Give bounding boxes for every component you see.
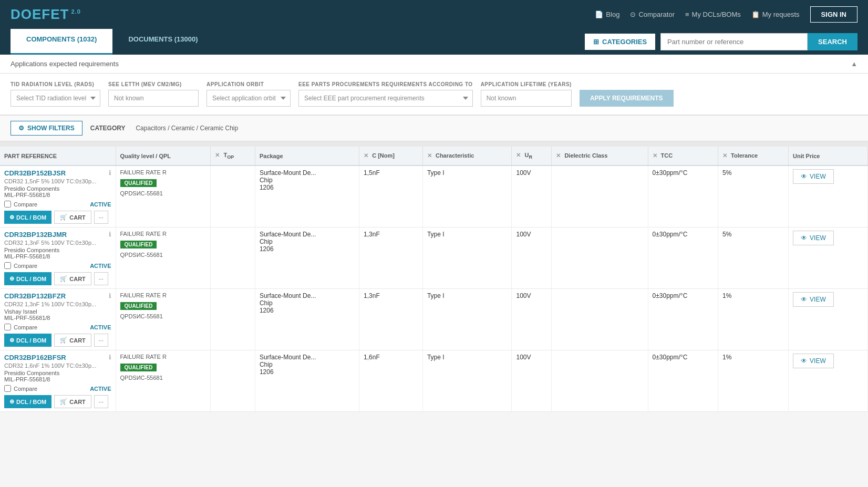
part-desc-CDR32BP162BFSR: CDR32 1,6nF 1% 100V TC:0±30p... [4, 362, 111, 369]
cart-btn-CDR32BP162BFSR[interactable]: 🛒 CART [54, 395, 91, 408]
more-btn-CDR32BP132BFZR[interactable]: ··· [94, 334, 108, 347]
dcl-bom-btn-CDR32BP132BFZR[interactable]: ⊕ DCL / BOM [4, 334, 51, 347]
see-field: SEE LETTH (MEV CM2/MG) [108, 81, 199, 107]
eee-select[interactable]: Select EEE part procurement requirements [298, 90, 473, 107]
part-mil-CDR32BP132BJMR: MIL-PRF-55681/8 [4, 253, 111, 260]
view-btn-CDR32BP152BJSR[interactable]: 👁 VIEW [793, 169, 834, 184]
scrollbar[interactable] [0, 141, 868, 147]
status-badge-CDR32BP132BFZR: ACTIVE [90, 324, 111, 330]
show-filters-label: SHOW FILTERS [27, 125, 75, 132]
th-dielectric-remove[interactable]: ✕ [556, 152, 561, 159]
package-cell-CDR32BP132BJMR: Surface-Mount De... Chip 1206 [255, 227, 359, 289]
cart-icon: 🛒 [60, 337, 67, 344]
part-manufacturer-CDR32BP162BFSR: Presidio Components [4, 370, 111, 376]
header: DOEFET2.0 📄 Blog ⊙ Comparator ≡ My DCLs/… [0, 0, 868, 29]
tab-documents[interactable]: DOCUMENTS (13000) [112, 29, 213, 55]
qpd-ref-CDR32BP152BJSR: QPDSИС-55681 [120, 190, 206, 196]
nav-dcls-boms[interactable]: ≡ My DCLs/BOMs [685, 11, 741, 18]
filter-icon: ⚙ [18, 125, 24, 132]
view-btn-CDR32BP132BJMR[interactable]: 👁 VIEW [793, 231, 834, 245]
view-btn-CDR32BP162BFSR[interactable]: 👁 VIEW [793, 354, 834, 368]
compare-checkbox-CDR32BP152BJSR[interactable] [4, 201, 11, 208]
search-wrap: SEARCH [660, 33, 857, 50]
th-unit-price: Unit Price [789, 147, 868, 165]
part-name-CDR32BP162BFSR[interactable]: CDR32BP162BFSR [4, 354, 66, 361]
compare-checkbox-CDR32BP132BJMR[interactable] [4, 262, 11, 269]
th-top-label: TOP [224, 152, 234, 158]
part-cell-CDR32BP152BJSR: CDR32BP152BJSR ℹ CDR32 1,5nF 5% 100V TC:… [0, 165, 116, 227]
show-filters-button[interactable]: ⚙ SHOW FILTERS [11, 121, 82, 136]
th-tcc: ✕ TCC [648, 147, 718, 165]
info-icon-CDR32BP162BFSR[interactable]: ℹ [109, 354, 111, 361]
search-input[interactable] [660, 33, 808, 50]
orbit-select[interactable]: Select application orbit [206, 90, 291, 107]
char-cell-CDR32BP132BFZR: Type I [422, 289, 512, 350]
more-btn-CDR32BP162BFSR[interactable]: ··· [94, 395, 108, 408]
more-btn-CDR32BP132BJMR[interactable]: ··· [94, 272, 108, 285]
char-cell-CDR32BP162BFSR: Type I [422, 350, 512, 412]
failure-rate-CDR32BP132BFZR: FAILURE RATE R [120, 292, 206, 298]
dcl-bom-btn-CDR32BP152BJSR[interactable]: ⊕ DCL / BOM [4, 211, 51, 224]
search-button[interactable]: SEARCH [808, 33, 857, 50]
package-line2-CDR32BP152BJSR: Chip [260, 177, 355, 184]
ur-cell-CDR32BP152BJSR: 100V [512, 165, 552, 227]
nav-dcls-label: My DCLs/BOMs [692, 11, 741, 18]
th-tolerance-remove[interactable]: ✕ [722, 152, 727, 159]
info-icon-CDR32BP132BJMR[interactable]: ℹ [109, 231, 111, 238]
info-icon-CDR32BP152BJSR[interactable]: ℹ [109, 169, 111, 177]
quality-cell-CDR32BP132BFZR: FAILURE RATE R QUALIFIED QPDSИС-55681 [116, 289, 211, 350]
th-tcc-remove[interactable]: ✕ [653, 152, 657, 159]
top-cell-CDR32BP162BFSR [211, 350, 255, 412]
plus-icon: ⊕ [9, 214, 14, 221]
package-line1-CDR32BP162BFSR: Surface-Mount De... [260, 354, 355, 361]
part-name-CDR32BP152BJSR[interactable]: CDR32BP152BJSR [4, 169, 66, 177]
dcl-bom-btn-CDR32BP162BFSR[interactable]: ⊕ DCL / BOM [4, 395, 51, 408]
expand-icon[interactable]: ▲ [851, 60, 857, 68]
lifetime-input[interactable] [481, 90, 572, 107]
failure-rate-CDR32BP152BJSR: FAILURE RATE R [120, 169, 206, 175]
eye-icon: 👁 [801, 173, 807, 180]
compare-checkbox-CDR32BP132BFZR[interactable] [4, 324, 11, 330]
eye-icon: 👁 [801, 296, 807, 303]
ur-cell-CDR32BP132BFZR: 100V [512, 289, 552, 350]
nav-my-requests[interactable]: 📋 My requests [751, 11, 800, 18]
status-badge-CDR32BP132BJMR: ACTIVE [90, 263, 111, 269]
info-icon-CDR32BP132BFZR[interactable]: ℹ [109, 292, 111, 299]
see-input[interactable] [108, 90, 199, 107]
logo-text: DOEFET [11, 6, 69, 22]
view-btn-CDR32BP132BFZR[interactable]: 👁 VIEW [793, 292, 834, 307]
th-char-remove[interactable]: ✕ [427, 152, 432, 159]
th-top-remove[interactable]: ✕ [215, 152, 220, 158]
th-dielectric-label: Dielectric Class [564, 152, 607, 159]
part-name-CDR32BP132BJMR[interactable]: CDR32BP132BJMR [4, 231, 67, 239]
part-name-CDR32BP132BFZR[interactable]: CDR32BP132BFZR [4, 292, 66, 300]
tab-components[interactable]: COMPONENTS (1032) [11, 29, 112, 55]
tid-select[interactable]: Select TID radiation level [11, 90, 100, 107]
dielectric-cell-CDR32BP152BJSR [552, 165, 648, 227]
th-tcc-label: TCC [661, 152, 673, 159]
cart-btn-CDR32BP132BJMR[interactable]: 🛒 CART [54, 272, 91, 285]
th-ur-remove[interactable]: ✕ [516, 152, 521, 158]
status-badge-CDR32BP162BFSR: ACTIVE [90, 386, 111, 392]
cart-btn-CDR32BP152BJSR[interactable]: 🛒 CART [54, 211, 91, 224]
compare-checkbox-CDR32BP162BFSR[interactable] [4, 385, 11, 392]
cart-btn-CDR32BP132BFZR[interactable]: 🛒 CART [54, 334, 91, 347]
comparator-icon: ⊙ [630, 11, 636, 18]
apply-requirements-button[interactable]: APPLY REQUIREMENTS [580, 90, 674, 107]
table-row: CDR32BP132BJMR ℹ CDR32 1,3nF 5% 100V TC:… [0, 227, 868, 289]
tolerance-cell-CDR32BP132BFZR: 1% [718, 289, 788, 350]
th-cnom-remove[interactable]: ✕ [364, 152, 368, 159]
compare-row-CDR32BP162BFSR: Compare ACTIVE [4, 385, 111, 392]
dcl-bom-btn-CDR32BP132BJMR[interactable]: ⊕ DCL / BOM [4, 272, 51, 285]
cnom-cell-CDR32BP152BJSR: 1,5nF [359, 165, 423, 227]
sign-in-button[interactable]: SIGN IN [810, 6, 857, 23]
part-manufacturer-CDR32BP132BFZR: Vishay Israel [4, 308, 111, 315]
categories-button[interactable]: ⊞ CATEGORIES [585, 34, 655, 50]
more-btn-CDR32BP152BJSR[interactable]: ··· [94, 211, 108, 224]
tabs-bar: COMPONENTS (1032) DOCUMENTS (13000) ⊞ CA… [0, 29, 868, 55]
nav-comparator[interactable]: ⊙ Comparator [630, 11, 675, 18]
part-cell-CDR32BP132BJMR: CDR32BP132BJMR ℹ CDR32 1,3nF 5% 100V TC:… [0, 227, 116, 289]
th-quality: Quality level / QPL [116, 147, 211, 165]
nav-blog[interactable]: 📄 Blog [595, 11, 619, 18]
th-package-label: Package [260, 153, 283, 159]
